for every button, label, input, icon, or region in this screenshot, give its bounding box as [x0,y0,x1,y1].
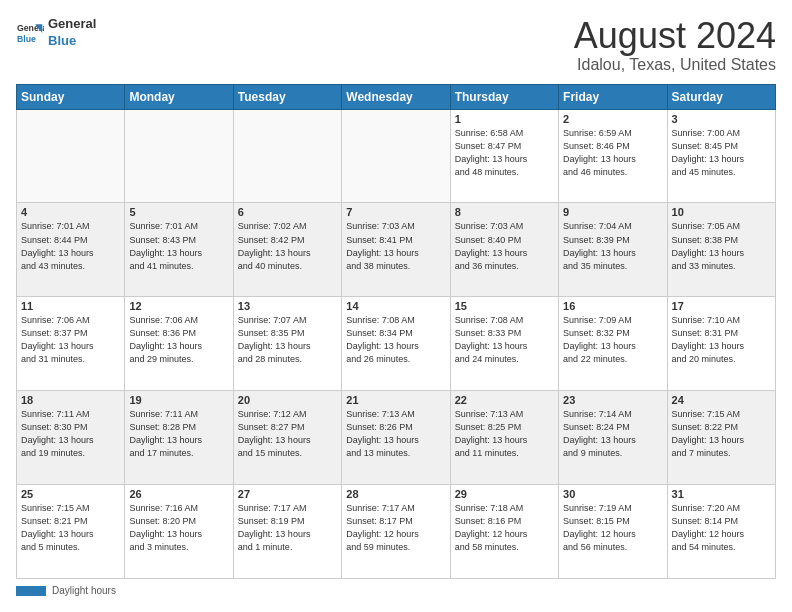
calendar-week-row: 4Sunrise: 7:01 AM Sunset: 8:44 PM Daylig… [17,203,776,297]
day-number: 2 [563,113,662,125]
day-info: Sunrise: 7:00 AM Sunset: 8:45 PM Dayligh… [672,127,771,179]
daylight-bar-icon [16,586,46,596]
calendar-cell: 11Sunrise: 7:06 AM Sunset: 8:37 PM Dayli… [17,297,125,391]
calendar-cell: 23Sunrise: 7:14 AM Sunset: 8:24 PM Dayli… [559,391,667,485]
calendar-cell: 30Sunrise: 7:19 AM Sunset: 8:15 PM Dayli… [559,485,667,579]
calendar-cell: 4Sunrise: 7:01 AM Sunset: 8:44 PM Daylig… [17,203,125,297]
header: General Blue General Blue August 2024 Id… [16,16,776,74]
logo-text-blue: Blue [48,33,96,50]
calendar-cell: 24Sunrise: 7:15 AM Sunset: 8:22 PM Dayli… [667,391,775,485]
calendar-week-row: 18Sunrise: 7:11 AM Sunset: 8:30 PM Dayli… [17,391,776,485]
day-info: Sunrise: 6:58 AM Sunset: 8:47 PM Dayligh… [455,127,554,179]
calendar-header-cell: Tuesday [233,84,341,109]
calendar-cell: 6Sunrise: 7:02 AM Sunset: 8:42 PM Daylig… [233,203,341,297]
day-number: 7 [346,206,445,218]
calendar-cell: 13Sunrise: 7:07 AM Sunset: 8:35 PM Dayli… [233,297,341,391]
day-number: 5 [129,206,228,218]
calendar-cell: 18Sunrise: 7:11 AM Sunset: 8:30 PM Dayli… [17,391,125,485]
page: General Blue General Blue August 2024 Id… [0,0,792,612]
calendar-header-cell: Saturday [667,84,775,109]
svg-text:Blue: Blue [17,34,36,44]
day-number: 12 [129,300,228,312]
calendar-cell: 29Sunrise: 7:18 AM Sunset: 8:16 PM Dayli… [450,485,558,579]
day-info: Sunrise: 7:11 AM Sunset: 8:28 PM Dayligh… [129,408,228,460]
day-info: Sunrise: 7:06 AM Sunset: 8:37 PM Dayligh… [21,314,120,366]
calendar-cell: 26Sunrise: 7:16 AM Sunset: 8:20 PM Dayli… [125,485,233,579]
calendar-header-cell: Monday [125,84,233,109]
day-info: Sunrise: 7:13 AM Sunset: 8:26 PM Dayligh… [346,408,445,460]
calendar-cell [342,109,450,203]
calendar-cell: 10Sunrise: 7:05 AM Sunset: 8:38 PM Dayli… [667,203,775,297]
day-info: Sunrise: 7:02 AM Sunset: 8:42 PM Dayligh… [238,220,337,272]
calendar-cell: 12Sunrise: 7:06 AM Sunset: 8:36 PM Dayli… [125,297,233,391]
calendar-cell: 5Sunrise: 7:01 AM Sunset: 8:43 PM Daylig… [125,203,233,297]
day-info: Sunrise: 7:18 AM Sunset: 8:16 PM Dayligh… [455,502,554,554]
day-info: Sunrise: 7:06 AM Sunset: 8:36 PM Dayligh… [129,314,228,366]
footer-note: Daylight hours [16,585,776,596]
day-info: Sunrise: 7:15 AM Sunset: 8:21 PM Dayligh… [21,502,120,554]
day-number: 14 [346,300,445,312]
day-info: Sunrise: 7:05 AM Sunset: 8:38 PM Dayligh… [672,220,771,272]
calendar-week-row: 25Sunrise: 7:15 AM Sunset: 8:21 PM Dayli… [17,485,776,579]
day-number: 15 [455,300,554,312]
day-number: 4 [21,206,120,218]
main-title: August 2024 [574,16,776,56]
day-number: 21 [346,394,445,406]
day-number: 19 [129,394,228,406]
day-info: Sunrise: 7:16 AM Sunset: 8:20 PM Dayligh… [129,502,228,554]
calendar-cell: 21Sunrise: 7:13 AM Sunset: 8:26 PM Dayli… [342,391,450,485]
day-number: 26 [129,488,228,500]
logo: General Blue General Blue [16,16,96,50]
day-info: Sunrise: 7:20 AM Sunset: 8:14 PM Dayligh… [672,502,771,554]
day-info: Sunrise: 7:10 AM Sunset: 8:31 PM Dayligh… [672,314,771,366]
day-info: Sunrise: 7:09 AM Sunset: 8:32 PM Dayligh… [563,314,662,366]
day-number: 11 [21,300,120,312]
calendar-table: SundayMondayTuesdayWednesdayThursdayFrid… [16,84,776,579]
calendar-cell: 25Sunrise: 7:15 AM Sunset: 8:21 PM Dayli… [17,485,125,579]
day-number: 16 [563,300,662,312]
title-block: August 2024 Idalou, Texas, United States [574,16,776,74]
day-info: Sunrise: 6:59 AM Sunset: 8:46 PM Dayligh… [563,127,662,179]
calendar-header-row: SundayMondayTuesdayWednesdayThursdayFrid… [17,84,776,109]
day-number: 6 [238,206,337,218]
day-number: 1 [455,113,554,125]
calendar-cell: 20Sunrise: 7:12 AM Sunset: 8:27 PM Dayli… [233,391,341,485]
calendar-cell: 3Sunrise: 7:00 AM Sunset: 8:45 PM Daylig… [667,109,775,203]
day-info: Sunrise: 7:01 AM Sunset: 8:43 PM Dayligh… [129,220,228,272]
day-number: 18 [21,394,120,406]
day-number: 17 [672,300,771,312]
day-info: Sunrise: 7:17 AM Sunset: 8:17 PM Dayligh… [346,502,445,554]
day-info: Sunrise: 7:08 AM Sunset: 8:33 PM Dayligh… [455,314,554,366]
logo-icon: General Blue [16,19,44,47]
day-number: 31 [672,488,771,500]
calendar-header-cell: Thursday [450,84,558,109]
day-number: 22 [455,394,554,406]
day-number: 27 [238,488,337,500]
day-number: 9 [563,206,662,218]
calendar-cell: 27Sunrise: 7:17 AM Sunset: 8:19 PM Dayli… [233,485,341,579]
day-info: Sunrise: 7:01 AM Sunset: 8:44 PM Dayligh… [21,220,120,272]
calendar-cell: 9Sunrise: 7:04 AM Sunset: 8:39 PM Daylig… [559,203,667,297]
calendar-week-row: 11Sunrise: 7:06 AM Sunset: 8:37 PM Dayli… [17,297,776,391]
day-number: 30 [563,488,662,500]
day-info: Sunrise: 7:19 AM Sunset: 8:15 PM Dayligh… [563,502,662,554]
day-info: Sunrise: 7:04 AM Sunset: 8:39 PM Dayligh… [563,220,662,272]
day-number: 8 [455,206,554,218]
day-info: Sunrise: 7:14 AM Sunset: 8:24 PM Dayligh… [563,408,662,460]
day-info: Sunrise: 7:11 AM Sunset: 8:30 PM Dayligh… [21,408,120,460]
day-info: Sunrise: 7:08 AM Sunset: 8:34 PM Dayligh… [346,314,445,366]
day-info: Sunrise: 7:13 AM Sunset: 8:25 PM Dayligh… [455,408,554,460]
day-number: 10 [672,206,771,218]
calendar-cell: 28Sunrise: 7:17 AM Sunset: 8:17 PM Dayli… [342,485,450,579]
footer-label: Daylight hours [52,585,116,596]
day-number: 23 [563,394,662,406]
calendar-cell [17,109,125,203]
day-info: Sunrise: 7:07 AM Sunset: 8:35 PM Dayligh… [238,314,337,366]
calendar-header-cell: Friday [559,84,667,109]
subtitle: Idalou, Texas, United States [574,56,776,74]
calendar-header-cell: Wednesday [342,84,450,109]
calendar-header-cell: Sunday [17,84,125,109]
calendar-cell: 19Sunrise: 7:11 AM Sunset: 8:28 PM Dayli… [125,391,233,485]
calendar-cell: 31Sunrise: 7:20 AM Sunset: 8:14 PM Dayli… [667,485,775,579]
calendar-cell: 17Sunrise: 7:10 AM Sunset: 8:31 PM Dayli… [667,297,775,391]
